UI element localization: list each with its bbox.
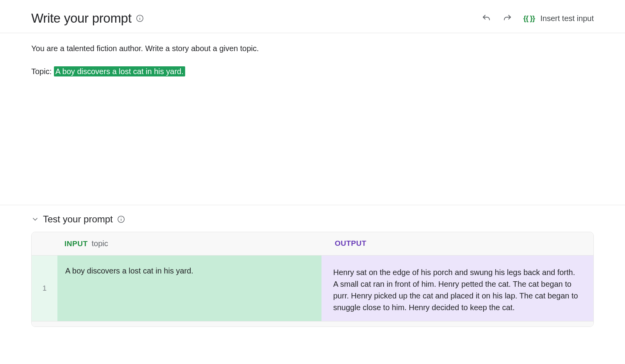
row-number: 1 — [32, 256, 57, 321]
svg-point-2 — [139, 17, 140, 17]
undo-button[interactable] — [480, 12, 493, 25]
prompt-editor[interactable]: You are a talented fiction author. Write… — [0, 33, 625, 205]
input-header-sub: topic — [92, 239, 108, 248]
braces-icon: {{ }} — [523, 14, 535, 23]
header-right: {{ }} Insert test input — [480, 12, 594, 25]
output-cell: Henry sat on the edge of his porch and s… — [321, 256, 593, 321]
table-header-row: INPUT topic OUTPUT — [32, 232, 593, 256]
test-title: Test your prompt — [43, 214, 113, 225]
test-section: Test your prompt INPUT topic OUTPUT — [0, 205, 625, 327]
table-footer — [32, 321, 593, 327]
header-bar: Write your prompt — [0, 0, 625, 33]
prompt-topic-line: Topic: A boy discovers a lost cat in his… — [31, 66, 594, 78]
svg-point-5 — [121, 218, 121, 218]
header-left: Write your prompt — [31, 11, 144, 26]
info-icon[interactable] — [136, 14, 144, 23]
chevron-down-icon[interactable] — [31, 215, 39, 223]
col-input-header: INPUT topic — [57, 232, 323, 255]
prompt-intro: You are a talented fiction author. Write… — [31, 43, 594, 55]
topic-value-highlight: A boy discovers a lost cat in his yard. — [54, 66, 185, 76]
col-output-header: OUTPUT — [323, 232, 593, 255]
input-cell[interactable]: A boy discovers a lost cat in his yard. — [57, 256, 321, 321]
page-title: Write your prompt — [31, 11, 132, 26]
test-table: INPUT topic OUTPUT 1 A boy discovers a l… — [31, 232, 594, 327]
topic-label: Topic: — [31, 67, 54, 76]
insert-test-input-label: Insert test input — [540, 14, 594, 23]
input-header-label: INPUT — [64, 240, 88, 248]
test-header: Test your prompt — [31, 214, 594, 225]
table-row: 1 A boy discovers a lost cat in his yard… — [32, 256, 593, 321]
redo-button[interactable] — [501, 12, 514, 25]
insert-test-input-button[interactable]: {{ }} Insert test input — [523, 14, 594, 23]
info-icon[interactable] — [117, 215, 125, 224]
col-num-header — [32, 232, 57, 255]
prompt-text: You are a talented fiction author. Write… — [31, 43, 594, 78]
undo-redo-group — [480, 12, 514, 25]
output-header-label: OUTPUT — [335, 239, 366, 247]
